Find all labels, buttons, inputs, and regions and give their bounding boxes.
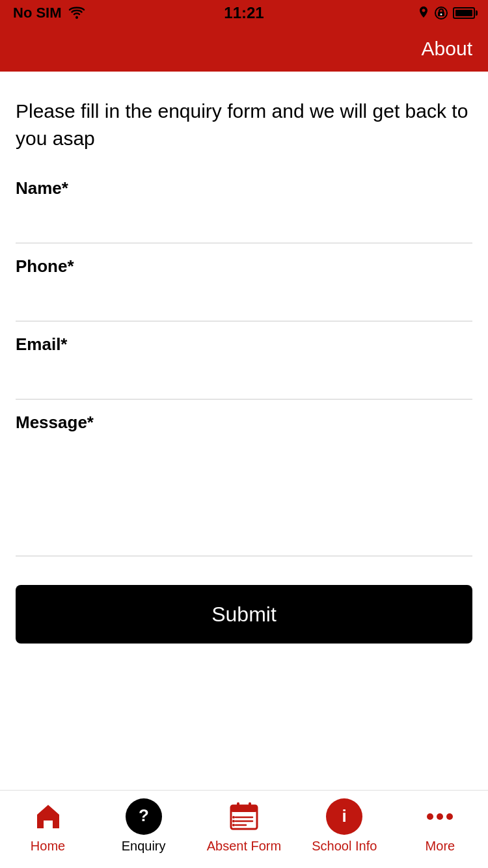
svg-point-17 — [427, 813, 433, 820]
nav-item-home[interactable]: Home — [16, 798, 81, 854]
svg-rect-9 — [249, 802, 251, 809]
house-icon — [32, 800, 64, 833]
svg-rect-7 — [231, 806, 257, 812]
email-label: Email* — [16, 334, 472, 355]
dots-icon — [424, 806, 456, 828]
home-nav-label: Home — [31, 839, 65, 854]
nav-item-more[interactable]: More — [407, 798, 472, 854]
battery-fill — [455, 10, 472, 16]
status-time: 11:21 — [224, 4, 264, 22]
status-right — [418, 7, 475, 20]
school-info-nav-label: School Info — [312, 839, 377, 854]
email-input[interactable] — [16, 361, 472, 400]
location-icon — [418, 7, 429, 20]
phone-label: Phone* — [16, 256, 472, 277]
enquiry-nav-label: Enquiry — [122, 839, 166, 854]
more-nav-label: More — [426, 839, 455, 854]
svg-rect-8 — [237, 802, 239, 809]
status-bar: No SIM 11:21 — [0, 0, 488, 26]
school-info-icon-wrap: i — [326, 798, 362, 835]
enquiry-icon-wrap: ? — [126, 798, 162, 835]
svg-text:?: ? — [139, 806, 149, 825]
bottom-nav: Home ? Enquiry — [0, 790, 488, 868]
svg-point-14 — [232, 820, 235, 822]
header: About — [0, 26, 488, 72]
absent-form-nav-label: Absent Form — [207, 839, 281, 854]
email-field-group: Email* — [16, 334, 472, 400]
question-icon: ? — [133, 806, 155, 828]
carrier-label: No SIM — [13, 5, 62, 21]
svg-point-15 — [232, 824, 235, 826]
svg-point-19 — [446, 813, 453, 820]
calendar-list-icon — [228, 800, 260, 833]
status-left: No SIM — [13, 5, 85, 21]
home-icon-wrap — [30, 798, 66, 835]
svg-point-18 — [437, 813, 443, 820]
message-label: Message* — [16, 413, 472, 433]
form-description: Please fill in the enquiry form and we w… — [16, 98, 472, 152]
message-field-group: Message* — [16, 413, 472, 559]
screen-lock-icon — [435, 7, 448, 20]
svg-point-13 — [232, 816, 235, 819]
battery-icon — [453, 7, 475, 19]
absent-form-icon-wrap — [226, 798, 262, 835]
name-field-group: Name* — [16, 178, 472, 243]
phone-input[interactable] — [16, 283, 472, 321]
svg-point-3 — [441, 14, 442, 16]
more-icon-wrap — [422, 798, 458, 835]
phone-field-group: Phone* — [16, 256, 472, 321]
nav-item-absent-form[interactable]: Absent Form — [207, 798, 281, 854]
nav-item-enquiry[interactable]: ? Enquiry — [111, 798, 176, 854]
submit-button[interactable]: Submit — [16, 585, 472, 644]
header-title: About — [422, 38, 472, 60]
main-content: Please fill in the enquiry form and we w… — [0, 72, 488, 790]
name-label: Name* — [16, 178, 472, 198]
svg-text:i: i — [342, 806, 347, 826]
nav-item-school-info[interactable]: i School Info — [312, 798, 377, 854]
svg-rect-4 — [45, 821, 51, 828]
info-icon: i — [333, 806, 355, 828]
message-input[interactable] — [16, 439, 472, 556]
wifi-icon — [68, 7, 85, 20]
name-input[interactable] — [16, 205, 472, 243]
svg-point-0 — [75, 16, 78, 19]
